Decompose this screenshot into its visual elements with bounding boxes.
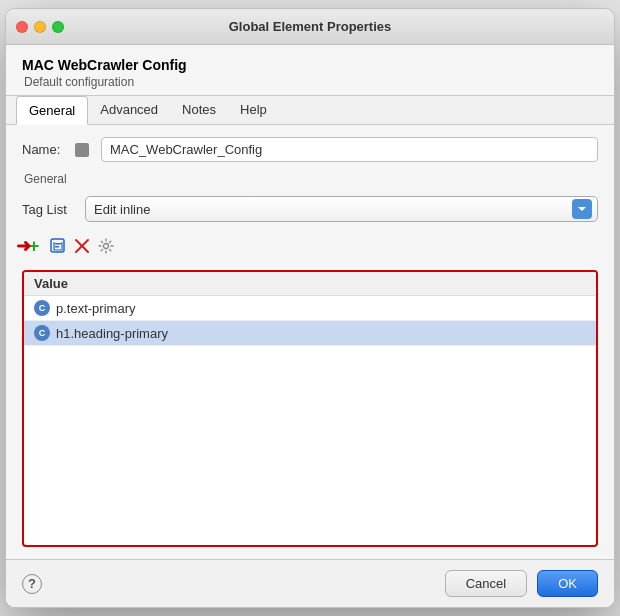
- toolbar: ➜ +: [22, 232, 598, 260]
- edit-button[interactable]: [48, 236, 68, 256]
- row-icon-1: [34, 300, 50, 316]
- title-bar: Global Element Properties: [6, 9, 614, 45]
- footer: ? Cancel OK: [6, 559, 614, 607]
- close-button[interactable]: [16, 21, 28, 33]
- arrow-indicator-icon: ➜: [16, 235, 31, 257]
- tab-help[interactable]: Help: [228, 96, 279, 125]
- help-button[interactable]: ?: [22, 574, 42, 594]
- svg-rect-2: [55, 246, 59, 248]
- row-icon-2: [34, 325, 50, 341]
- row-value-1: p.text-primary: [56, 301, 135, 316]
- name-input[interactable]: [101, 137, 598, 162]
- cancel-button[interactable]: Cancel: [445, 570, 527, 597]
- window-title: Global Element Properties: [229, 19, 392, 34]
- section-label: General: [22, 172, 598, 186]
- row-value-2: h1.heading-primary: [56, 326, 168, 341]
- name-row: Name:: [22, 137, 598, 162]
- app-title: MAC WebCrawler Config: [22, 57, 598, 73]
- svg-point-5: [104, 244, 109, 249]
- svg-rect-1: [55, 243, 61, 245]
- maximize-button[interactable]: [52, 21, 64, 33]
- table-body: p.text-primary h1.heading-primary: [24, 296, 596, 346]
- footer-buttons: Cancel OK: [445, 570, 598, 597]
- tab-notes[interactable]: Notes: [170, 96, 228, 125]
- tab-general[interactable]: General: [16, 96, 88, 125]
- app-header: MAC WebCrawler Config Default configurat…: [6, 45, 614, 95]
- name-icon: [75, 143, 89, 157]
- traffic-lights: [16, 21, 64, 33]
- tab-advanced[interactable]: Advanced: [88, 96, 170, 125]
- value-table: Value p.text-primary h1.heading-primary: [22, 270, 598, 547]
- settings-icon: [98, 238, 114, 254]
- name-label: Name:: [22, 142, 67, 157]
- tag-list-label: Tag List: [22, 202, 77, 217]
- window: Global Element Properties MAC WebCrawler…: [5, 8, 615, 608]
- table-row[interactable]: h1.heading-primary: [24, 321, 596, 346]
- table-header: Value: [24, 272, 596, 296]
- settings-button[interactable]: [96, 236, 116, 256]
- delete-button[interactable]: [72, 236, 92, 256]
- content-area: Name: General Tag List Edit inline Edit …: [6, 125, 614, 559]
- ok-button[interactable]: OK: [537, 570, 598, 597]
- app-subtitle: Default configuration: [22, 75, 598, 89]
- delete-icon: [74, 238, 90, 254]
- edit-icon: [50, 238, 66, 254]
- tag-list-row: Tag List Edit inline Edit in table Edit …: [22, 196, 598, 222]
- window-body: MAC WebCrawler Config Default configurat…: [6, 45, 614, 607]
- tab-bar: General Advanced Notes Help: [6, 95, 614, 125]
- minimize-button[interactable]: [34, 21, 46, 33]
- table-row[interactable]: p.text-primary: [24, 296, 596, 321]
- tag-list-select-wrapper: Edit inline Edit in table Edit in form: [85, 196, 598, 222]
- tag-list-select[interactable]: Edit inline Edit in table Edit in form: [85, 196, 598, 222]
